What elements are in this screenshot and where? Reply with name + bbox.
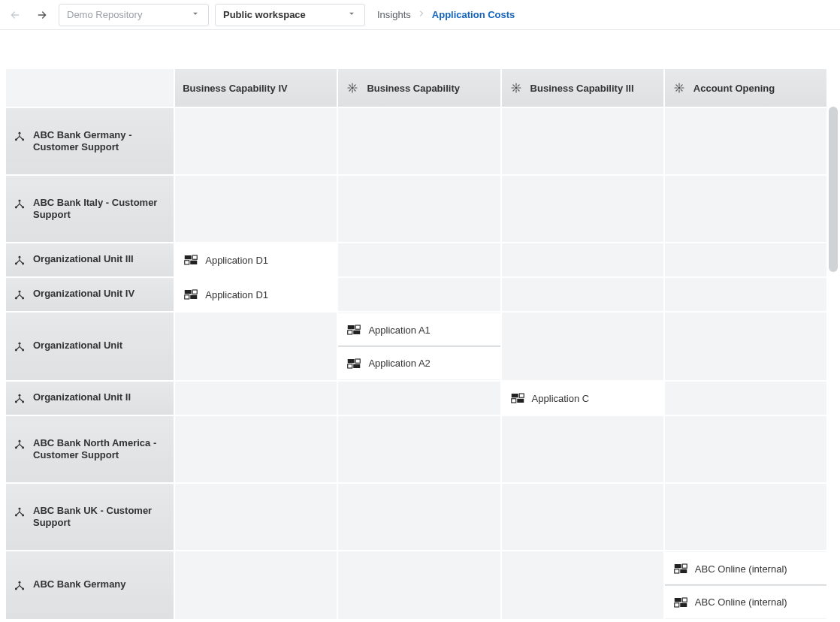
- matrix-cell: [665, 243, 826, 276]
- application-icon: [511, 393, 524, 403]
- corner-cell: [6, 69, 174, 107]
- org-icon: [14, 393, 26, 405]
- breadcrumb-parent[interactable]: Insights: [377, 9, 411, 20]
- application-label: ABC Online (internal): [695, 596, 787, 608]
- capability-icon: [509, 81, 523, 95]
- row-header-label: Organizational Unit II: [33, 391, 131, 403]
- row-header[interactable]: Organizational Unit: [6, 313, 174, 380]
- row-header-label: ABC Bank Germany: [33, 578, 126, 590]
- application-icon: [184, 255, 198, 265]
- application-tile[interactable]: Application A1: [338, 313, 500, 346]
- table-row: ABC Bank North America - Customer Suppor…: [6, 416, 826, 482]
- matrix-cell: [502, 176, 663, 242]
- application-icon: [674, 597, 687, 608]
- application-label: Application D1: [205, 289, 268, 300]
- matrix-cell: [502, 484, 663, 550]
- row-header-label: Organizational Unit: [33, 340, 122, 352]
- table-row: Organizational Unit IVApplication D1: [6, 278, 826, 311]
- nav-back-button[interactable]: [5, 5, 26, 26]
- application-label: Application D1: [205, 255, 268, 266]
- caret-down-icon: [346, 8, 357, 21]
- matrix-cell: [175, 416, 337, 482]
- caret-down-icon: [190, 8, 201, 21]
- application-tile[interactable]: Application C: [502, 382, 663, 415]
- application-tile[interactable]: Application D1: [175, 243, 337, 276]
- row-header[interactable]: ABC Bank Germany - Customer Support: [6, 108, 174, 174]
- matrix-cell: [665, 484, 826, 550]
- application-label: Application A1: [368, 325, 430, 336]
- row-header[interactable]: Organizational Unit IV: [6, 278, 174, 311]
- matrix-cell: [502, 416, 663, 482]
- table-row: Organizational Unit IIIApplication D1: [6, 243, 826, 276]
- application-tile[interactable]: Application A2: [338, 346, 500, 379]
- workspace-select[interactable]: Public workspace: [215, 4, 365, 26]
- matrix-cell: [175, 313, 337, 380]
- org-icon: [14, 131, 26, 143]
- org-icon: [14, 289, 26, 301]
- table-row: ABC Bank UK - Customer Support: [6, 484, 826, 550]
- breadcrumb-current[interactable]: Application Costs: [432, 9, 515, 20]
- org-icon: [14, 439, 26, 451]
- matrix-cell: [175, 551, 337, 619]
- matrix-cell: [665, 313, 826, 380]
- column-header-row: Business Capability IVBusiness Capabilit…: [6, 69, 826, 107]
- matrix-cell: Application A1Application A2: [338, 313, 500, 380]
- chevron-right-icon: [417, 9, 426, 20]
- repository-select-label: Demo Repository: [67, 9, 183, 20]
- matrix-cell: Application D1: [175, 243, 337, 276]
- matrix-cell: [338, 243, 500, 276]
- breadcrumb: Insights Application Costs: [377, 9, 515, 20]
- matrix-cell: [338, 484, 500, 550]
- row-header-label: ABC Bank Germany - Customer Support: [33, 129, 166, 154]
- nav-forward-button[interactable]: [32, 5, 53, 26]
- matrix-cell: [665, 382, 826, 415]
- row-header[interactable]: ABC Bank North America - Customer Suppor…: [6, 416, 174, 482]
- row-header-label: ABC Bank UK - Customer Support: [33, 505, 166, 530]
- capability-icon: [672, 81, 686, 95]
- application-icon: [184, 289, 198, 300]
- row-header[interactable]: ABC Bank UK - Customer Support: [6, 484, 174, 550]
- repository-select[interactable]: Demo Repository: [59, 4, 209, 26]
- matrix-cell: [502, 278, 663, 311]
- column-header-label: Business Capability: [367, 83, 460, 94]
- table-row: ABC Bank Italy - Customer Support: [6, 176, 826, 242]
- row-header[interactable]: Organizational Unit II: [6, 382, 174, 415]
- matrix-cell: [338, 551, 500, 619]
- column-header[interactable]: Account Opening: [665, 69, 826, 107]
- top-bar: Demo Repository Public workspace Insight…: [0, 0, 840, 30]
- row-header[interactable]: ABC Bank Italy - Customer Support: [6, 176, 174, 242]
- matrix-cell: [665, 278, 826, 311]
- table-row: Organizational Unit IIApplication C: [6, 382, 826, 415]
- matrix-cell: [338, 382, 500, 415]
- row-header[interactable]: Organizational Unit III: [6, 243, 174, 276]
- application-icon: [347, 325, 361, 335]
- column-header[interactable]: Business Capability: [338, 69, 500, 107]
- row-header-label: ABC Bank North America - Customer Suppor…: [33, 437, 166, 462]
- table-row: ABC Bank GermanyABC Online (internal)ABC…: [6, 551, 826, 619]
- application-label: Application C: [532, 393, 590, 404]
- table-row: Organizational UnitApplication A1Applica…: [6, 313, 826, 380]
- matrix-cell: ABC Online (internal)ABC Online (interna…: [665, 551, 826, 619]
- org-icon: [14, 506, 26, 518]
- matrix-cell: [502, 313, 663, 380]
- matrix-cell: [338, 416, 500, 482]
- application-tile[interactable]: ABC Online (internal): [665, 552, 826, 585]
- matrix-cell: [665, 108, 826, 174]
- column-header[interactable]: Business Capability III: [502, 69, 663, 107]
- capability-icon: [346, 81, 359, 95]
- application-tile[interactable]: Application D1: [175, 278, 337, 311]
- application-tile[interactable]: ABC Online (internal): [665, 585, 826, 618]
- org-icon: [14, 198, 26, 210]
- matrix-cell: [338, 176, 500, 242]
- matrix-cell: [175, 382, 337, 415]
- row-header[interactable]: ABC Bank Germany: [6, 551, 174, 619]
- vertical-scrollbar[interactable]: [829, 107, 838, 272]
- matrix-cell: [175, 108, 337, 174]
- column-header[interactable]: Business Capability IV: [175, 69, 337, 107]
- row-header-label: Organizational Unit IV: [33, 288, 134, 300]
- matrix-cell: Application C: [502, 382, 663, 415]
- application-icon: [347, 358, 361, 369]
- matrix-table: Business Capability IVBusiness Capabilit…: [5, 68, 828, 620]
- matrix-cell: [665, 416, 826, 482]
- matrix-cell: Application D1: [175, 278, 337, 311]
